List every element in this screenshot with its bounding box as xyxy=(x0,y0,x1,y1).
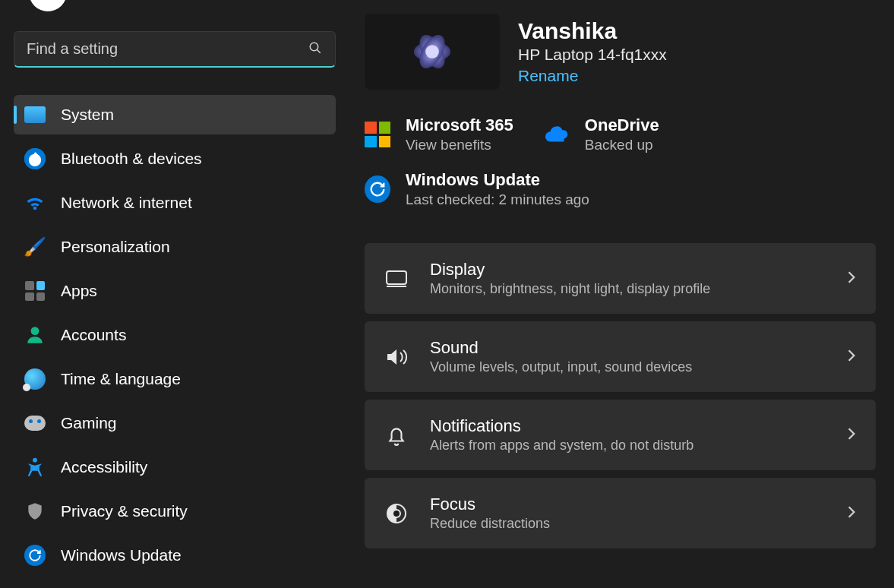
search-wrapper xyxy=(14,31,336,68)
bell-icon xyxy=(384,423,409,447)
microsoft-365-icon xyxy=(365,122,390,147)
sidebar-item-label: Accounts xyxy=(61,326,126,344)
svg-rect-8 xyxy=(387,271,406,284)
svg-point-7 xyxy=(425,45,439,58)
profile-text: Vanshika HP Laptop 14-fq1xxx Rename xyxy=(518,18,667,85)
setting-title: Notifications xyxy=(430,416,693,436)
status-subtitle: Last checked: 2 minutes ago xyxy=(406,191,589,208)
paintbrush-icon: 🖌️ xyxy=(24,236,46,258)
status-title: Windows Update xyxy=(406,170,589,190)
setting-title: Sound xyxy=(430,338,692,358)
sidebar-item-label: Apps xyxy=(61,282,97,300)
sidebar-item-system[interactable]: System xyxy=(14,95,336,134)
settings-list: Display Monitors, brightness, night ligh… xyxy=(365,243,876,548)
svg-point-2 xyxy=(31,327,39,335)
sidebar-item-windows-update[interactable]: Windows Update xyxy=(14,536,336,575)
status-card-microsoft365[interactable]: Microsoft 365 View benefits xyxy=(365,115,513,153)
accessibility-icon xyxy=(24,457,46,478)
clock-globe-icon xyxy=(24,368,46,390)
status-title: OneDrive xyxy=(585,115,659,135)
main-content: Vanshika HP Laptop 14-fq1xxx Rename Micr… xyxy=(349,0,894,588)
focus-icon xyxy=(384,501,409,526)
profile-name: Vanshika xyxy=(518,18,667,44)
search-icon xyxy=(308,41,322,58)
display-icon xyxy=(384,267,409,291)
chevron-right-icon xyxy=(847,349,856,365)
chevron-right-icon xyxy=(847,505,856,522)
status-cards: Microsoft 365 View benefits OneDrive Bac… xyxy=(365,115,876,208)
status-subtitle: Backed up xyxy=(585,137,659,153)
sidebar-item-bluetooth[interactable]:  ⬤ Bluetooth & devices xyxy=(14,139,336,179)
sidebar-item-label: Accessibility xyxy=(61,458,147,476)
status-card-windows-update[interactable]: Windows Update Last checked: 2 minutes a… xyxy=(365,170,876,208)
sidebar-item-label: Bluetooth & devices xyxy=(61,150,202,168)
status-subtitle: View benefits xyxy=(406,137,513,153)
setting-subtitle: Alerts from apps and system, do not dist… xyxy=(430,438,693,454)
setting-item-sound[interactable]: Sound Volume levels, output, input, soun… xyxy=(365,321,876,392)
sidebar-item-label: Gaming xyxy=(61,414,117,432)
status-card-onedrive[interactable]: OneDrive Backed up xyxy=(544,115,659,153)
wifi-icon xyxy=(24,192,46,213)
setting-title: Display xyxy=(430,260,710,280)
device-model: HP Laptop 14-fq1xxx xyxy=(518,46,667,64)
search-input[interactable] xyxy=(14,31,336,68)
chevron-right-icon xyxy=(847,270,856,287)
setting-item-notifications[interactable]: Notifications Alerts from apps and syste… xyxy=(365,400,876,470)
sidebar: System  ⬤ Bluetooth & devices Network &… xyxy=(0,0,349,588)
sidebar-item-label: Privacy & security xyxy=(61,502,188,520)
sidebar-item-personalization[interactable]: 🖌️ Personalization xyxy=(14,227,336,267)
update-icon xyxy=(24,545,46,566)
sidebar-item-network[interactable]: Network & internet xyxy=(14,183,336,223)
shield-icon xyxy=(24,501,46,522)
setting-subtitle: Volume levels, output, input, sound devi… xyxy=(430,359,692,375)
svg-point-11 xyxy=(393,510,400,517)
sidebar-item-label: System xyxy=(61,106,114,124)
apps-icon xyxy=(24,280,46,302)
profile-picture[interactable] xyxy=(365,14,500,90)
sidebar-item-label: Windows Update xyxy=(61,546,182,564)
setting-item-focus[interactable]: Focus Reduce distractions xyxy=(365,478,876,548)
sidebar-nav: System  ⬤ Bluetooth & devices Network &… xyxy=(14,95,336,575)
sidebar-item-label: Time & language xyxy=(61,370,181,388)
sidebar-item-label: Personalization xyxy=(61,238,170,256)
setting-subtitle: Monitors, brightness, night light, displ… xyxy=(430,281,710,297)
svg-point-3 xyxy=(33,458,37,463)
sidebar-item-accounts[interactable]: Accounts xyxy=(14,315,336,355)
avatar[interactable] xyxy=(29,0,67,11)
sidebar-item-label: Network & internet xyxy=(61,194,192,212)
sidebar-item-apps[interactable]: Apps xyxy=(14,271,336,311)
rename-link[interactable]: Rename xyxy=(518,67,667,85)
profile-block: Vanshika HP Laptop 14-fq1xxx Rename xyxy=(365,14,876,90)
chevron-right-icon xyxy=(847,427,856,444)
sidebar-item-accessibility[interactable]: Accessibility xyxy=(14,447,336,487)
onedrive-icon xyxy=(544,122,570,147)
setting-title: Focus xyxy=(430,495,550,514)
person-icon xyxy=(24,324,46,346)
setting-subtitle: Reduce distractions xyxy=(430,516,550,532)
gamepad-icon xyxy=(24,413,46,434)
sidebar-item-time-language[interactable]: Time & language xyxy=(14,359,336,399)
setting-item-display[interactable]: Display Monitors, brightness, night ligh… xyxy=(365,243,876,314)
status-title: Microsoft 365 xyxy=(406,115,513,135)
svg-point-0 xyxy=(310,43,318,51)
windows-update-icon xyxy=(365,176,390,202)
svg-line-1 xyxy=(317,49,321,53)
sound-icon xyxy=(384,345,409,369)
sidebar-item-gaming[interactable]: Gaming xyxy=(14,403,336,443)
system-icon xyxy=(24,104,46,125)
sidebar-item-privacy[interactable]: Privacy & security xyxy=(14,492,336,531)
